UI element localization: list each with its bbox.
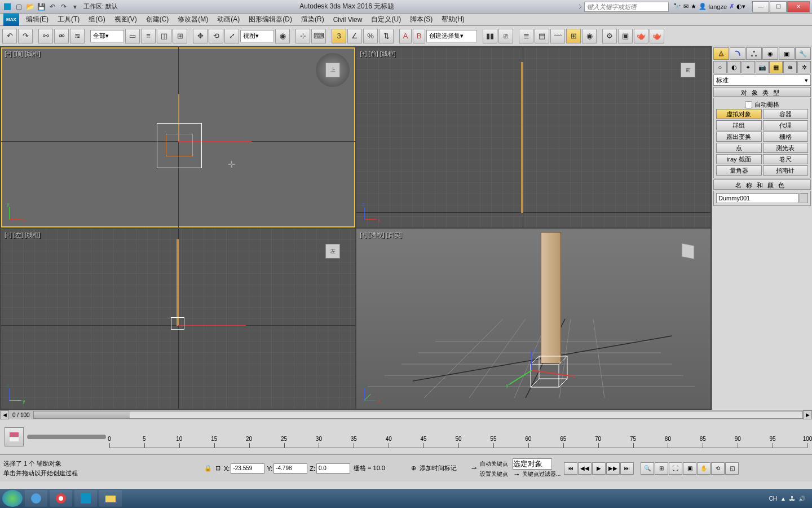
btn-point[interactable]: 点 [716, 143, 762, 153]
tray-expand-icon[interactable]: ▲ [780, 496, 786, 502]
sub-shapes[interactable]: ◐ [727, 61, 741, 73]
align-button[interactable]: ⎚ [498, 29, 513, 43]
redo-icon[interactable]: ↷ [59, 2, 69, 12]
ime-indicator[interactable]: CH [769, 496, 777, 502]
next-frame-button[interactable]: ▶▶ [606, 462, 620, 475]
project-icon[interactable]: ▾ [70, 2, 80, 12]
coord-y-input[interactable] [273, 463, 307, 474]
object-name-input[interactable] [716, 193, 798, 203]
sub-systems[interactable]: ✲ [797, 61, 811, 73]
menu-create[interactable]: 创建(C) [142, 15, 174, 24]
time-ruler[interactable]: 0510152025303540455055606570758085909510… [109, 426, 807, 448]
add-time-tag[interactable]: 添加时间标记 [420, 464, 457, 472]
coord-z-input[interactable] [316, 463, 350, 474]
viewcube-persp[interactable] [671, 234, 705, 268]
btn-protractor[interactable]: 量角器 [716, 165, 762, 176]
btn-dummy[interactable]: 虚拟对象 [716, 109, 762, 119]
zoom-extents-button[interactable]: ⛶ [669, 462, 682, 475]
username-label[interactable]: langze [709, 3, 727, 10]
menu-customize[interactable]: 自定义(U) [367, 15, 405, 24]
category-dd[interactable]: 标准▾ [713, 75, 811, 86]
schematic-button[interactable]: ⊞ [566, 29, 581, 43]
named-sel-button[interactable]: B [413, 29, 425, 43]
taskbar-3dsmax[interactable] [74, 490, 97, 507]
select-region-button[interactable]: ◫ [157, 29, 171, 43]
time-slider[interactable] [27, 435, 106, 439]
pan-button[interactable]: ✋ [697, 462, 710, 475]
material-editor-button[interactable]: ◉ [582, 29, 597, 43]
goto-end-button[interactable]: ⏭ [620, 462, 634, 475]
tab-hierarchy[interactable] [746, 47, 762, 60]
object-color-swatch[interactable] [800, 193, 808, 203]
menu-render[interactable]: 渲染(R) [297, 15, 329, 24]
select-name-button[interactable]: ≡ [141, 29, 156, 43]
menu-tools[interactable]: 工具(T) [53, 15, 84, 24]
timeline-scrollbar[interactable]: ◀ 0 / 100 ▶ [0, 410, 812, 419]
viewport-label-front[interactable]: [+] [前] [线框] [360, 50, 396, 58]
move-button[interactable]: ✥ [193, 29, 208, 43]
tag-icon[interactable]: ⊕ [411, 465, 416, 472]
menu-animation[interactable]: 动画(A) [213, 15, 244, 24]
render-prod-button[interactable]: 🫖 [650, 29, 664, 43]
mini-listener-button[interactable] [5, 427, 24, 446]
btn-compass[interactable]: 指南针 [763, 165, 809, 176]
viewport-top[interactable]: [+] [顶] [线框] 上 xy ✛ [1, 47, 355, 227]
percent-snap-button[interactable]: % [363, 29, 378, 43]
scroll-left-icon[interactable]: ◀ [0, 410, 9, 419]
zoom-button[interactable]: 🔍 [641, 462, 654, 475]
render-button[interactable]: 🫖 [634, 29, 648, 43]
maximize-button[interactable]: ☐ [770, 1, 787, 12]
prev-frame-button[interactable]: ◀◀ [578, 462, 592, 475]
viewport-left[interactable]: [+] [左] [线框] 左 yz [1, 229, 355, 409]
key-target-dd[interactable] [513, 458, 552, 470]
sub-lights[interactable]: ✦ [742, 61, 755, 73]
tab-create[interactable] [713, 47, 729, 60]
pivot-button[interactable]: ◉ [275, 29, 290, 43]
edit-named-button[interactable]: A [399, 29, 412, 43]
rendered-frame-button[interactable]: ▣ [618, 29, 633, 43]
viewcube-left[interactable]: 左 [316, 234, 350, 268]
scrollbar-thumb[interactable] [34, 411, 130, 418]
viewport-front[interactable]: [+] [前] [线框] 前 xz [356, 47, 710, 227]
key-mode-icon[interactable]: ⊸ [471, 465, 476, 472]
user-icon[interactable]: 👤 [699, 3, 707, 10]
keyshort-button[interactable]: ⌨ [311, 29, 326, 43]
comm-icon[interactable]: ✉ [683, 3, 689, 10]
viewport-label-persp[interactable]: [+] [透视] [真实] [360, 231, 402, 239]
workspace-selector[interactable]: 工作区: 默认 [83, 2, 118, 11]
new-icon[interactable]: ▢ [14, 2, 24, 12]
sub-geometry[interactable]: ○ [713, 61, 727, 73]
viewport-label-left[interactable]: [+] [左] [线框] [5, 231, 41, 239]
sub-spacewarps[interactable]: ≋ [783, 61, 797, 73]
rollout-name-header[interactable]: 名称和颜色 [713, 179, 811, 190]
tab-modify[interactable] [730, 47, 745, 60]
bind-space-button[interactable]: ≋ [70, 29, 85, 43]
sub-cameras[interactable]: 📷 [756, 61, 769, 73]
goto-start-button[interactable]: ⏮ [564, 462, 577, 475]
menu-view[interactable]: 视图(V) [110, 15, 142, 24]
btn-grid[interactable]: 栅格 [763, 132, 809, 142]
angle-snap-button[interactable]: ∠ [347, 29, 362, 43]
btn-container[interactable]: 容器 [763, 109, 809, 119]
btn-tape[interactable]: 卷尺 [763, 154, 809, 164]
orbit-button[interactable]: ⟲ [711, 462, 725, 475]
menu-graph[interactable]: 图形编辑器(D) [244, 15, 297, 24]
lock-icon[interactable]: 🔒 [204, 465, 212, 472]
system-tray[interactable]: CH ▲ 🖧 🔊 [769, 496, 810, 502]
btn-crowd[interactable]: 群组 [716, 120, 762, 130]
redo-button[interactable]: ↷ [18, 29, 33, 43]
toggle-ribbon-button[interactable]: ▤ [535, 29, 549, 43]
help-search-input[interactable] [584, 2, 669, 12]
key-icon[interactable]: ⊸ [513, 471, 520, 478]
minimize-button[interactable]: — [752, 1, 769, 12]
tray-vol-icon[interactable]: 🔊 [798, 496, 805, 502]
max-logo[interactable]: MAX [3, 14, 19, 26]
save-icon[interactable]: 💾 [36, 2, 46, 12]
snap-button[interactable]: 3 [332, 29, 346, 43]
mirror-button[interactable]: ▮▮ [483, 29, 497, 43]
spinner-snap-button[interactable]: ⇅ [379, 29, 394, 43]
x-icon[interactable]: ✗ [729, 3, 734, 10]
search-chevron-icon[interactable] [576, 3, 584, 11]
link-button[interactable]: ⚯ [38, 29, 53, 43]
zoom-all-button[interactable]: ⊞ [655, 462, 668, 475]
